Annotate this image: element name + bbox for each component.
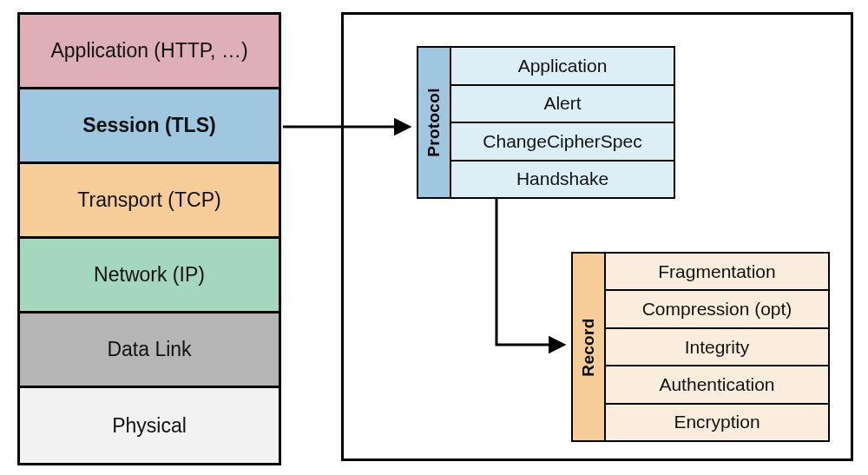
layer-application: Application (HTTP, …) bbox=[20, 15, 279, 89]
layer-datalink: Data Link bbox=[20, 313, 279, 388]
layer-transport: Transport (TCP) bbox=[20, 164, 279, 239]
protocol-items: Application Alert ChangeCipherSpec Hands… bbox=[451, 46, 675, 199]
diagram-canvas: Application (HTTP, …) Session (TLS) Tran… bbox=[0, 0, 868, 475]
record-sidebar-label: Record bbox=[571, 252, 606, 442]
record-item-fragmentation: Fragmentation bbox=[606, 252, 830, 291]
record-item-authentication: Authentication bbox=[606, 366, 830, 404]
record-group: Record Fragmentation Compression (opt) I… bbox=[571, 252, 830, 442]
record-items: Fragmentation Compression (opt) Integrit… bbox=[606, 252, 830, 442]
record-label-text: Record bbox=[579, 318, 598, 376]
protocol-item-application: Application bbox=[451, 46, 675, 86]
record-item-compression: Compression (opt) bbox=[606, 291, 830, 328]
protocol-item-alert: Alert bbox=[451, 86, 675, 124]
protocol-item-handshake: Handshake bbox=[451, 162, 675, 200]
record-item-encryption: Encryption bbox=[606, 405, 830, 442]
protocol-item-changecipherspec: ChangeCipherSpec bbox=[451, 123, 675, 162]
network-layer-stack: Application (HTTP, …) Session (TLS) Tran… bbox=[17, 12, 281, 465]
record-item-integrity: Integrity bbox=[606, 329, 830, 366]
layer-session-tls: Session (TLS) bbox=[20, 89, 279, 164]
tls-detail-panel: Protocol Application Alert ChangeCipherS… bbox=[341, 12, 853, 461]
protocol-label-text: Protocol bbox=[424, 88, 444, 156]
layer-network: Network (IP) bbox=[20, 239, 279, 313]
protocol-sidebar-label: Protocol bbox=[417, 46, 451, 199]
protocol-group: Protocol Application Alert ChangeCipherS… bbox=[417, 46, 675, 199]
layer-physical: Physical bbox=[20, 388, 279, 463]
